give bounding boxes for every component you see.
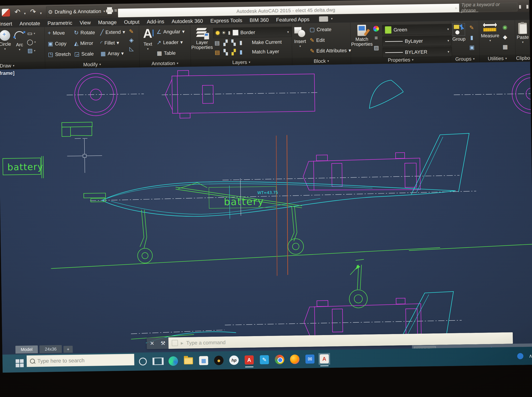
block-panel-label[interactable]: Block ▾ [292, 57, 351, 65]
color-wheel-tool[interactable] [373, 26, 379, 31]
store-button[interactable]: ▦ [198, 355, 209, 366]
id-point-tool[interactable]: ◉ [502, 24, 507, 30]
extend-button[interactable]: ╱Extend▾ [100, 29, 125, 36]
edge-button[interactable] [167, 355, 179, 367]
layer-tool[interactable]: ▞ [223, 40, 228, 46]
layer-on-icon[interactable] [216, 31, 219, 35]
transparency-tool[interactable]: ▨ [374, 44, 379, 51]
insert-block-button[interactable]: Insert ▾ [293, 26, 307, 48]
make-current-button[interactable]: Make Current [252, 39, 282, 45]
taskbar-search-input[interactable]: Type here to search [27, 354, 134, 367]
help-search-input[interactable]: Type a keyword or phrase [459, 3, 517, 12]
chrome-button[interactable] [274, 354, 285, 366]
scale-button[interactable]: ◲Scale [74, 50, 94, 57]
match-layer-button[interactable]: Match Layer [252, 49, 279, 55]
trim-tool[interactable]: ◺ [129, 45, 134, 52]
command-history-icon[interactable] [172, 340, 178, 346]
file-explorer-button[interactable] [183, 355, 194, 367]
lineweight-tool[interactable]: ≡ [374, 35, 378, 41]
group-button[interactable]: Group [451, 23, 466, 41]
redo-dropdown-icon[interactable]: ▾ [40, 11, 42, 15]
rotate-button[interactable]: ↻Rotate [74, 29, 95, 36]
erase-tool[interactable]: ✎ [129, 28, 134, 35]
start-button[interactable] [16, 359, 24, 368]
undo-dropdown-icon[interactable]: ▾ [24, 11, 26, 16]
viewport-control-label[interactable]: frame] [0, 70, 15, 76]
redo-icon[interactable]: ↷ [30, 8, 36, 16]
layer-tool[interactable]: ▤ [215, 49, 220, 56]
layer-tool[interactable]: ▮ [239, 39, 242, 46]
tab-model[interactable]: Model [15, 346, 38, 354]
rectangle-tool[interactable]: ▭▾ [27, 30, 35, 37]
group-select-tool[interactable]: ▣ [469, 44, 475, 51]
wrench-icon[interactable]: ⚒ [160, 340, 165, 346]
layer-properties-button[interactable]: Layer Properties [192, 27, 212, 50]
arc-button[interactable]: Arc ▾ [13, 31, 25, 51]
draw-panel-label[interactable]: Draw ▾ [0, 62, 45, 69]
annotation-panel-label[interactable]: Annotation ▾ [139, 59, 191, 68]
ribbon-options-icon[interactable] [319, 16, 328, 22]
utilities-panel-label[interactable]: Utilities ▾ [479, 55, 515, 62]
table-button[interactable]: ▦Table [157, 50, 176, 56]
tab-output[interactable]: Output [120, 19, 144, 25]
array-button[interactable]: ▦Array▾ [101, 50, 124, 57]
tab-layout-24x36[interactable]: 24x36 [39, 345, 62, 353]
adobe-app-button[interactable]: A [243, 354, 255, 366]
undo-icon[interactable]: ↶ [15, 8, 20, 16]
edit-block-button[interactable]: ✎Edit [310, 37, 325, 44]
close-icon[interactable]: ✕ [150, 340, 154, 347]
paste-button[interactable]: Paste ▾ [516, 23, 529, 44]
layer-tool[interactable]: ▤ [215, 40, 220, 46]
tab-bim360[interactable]: BIM 360 [245, 17, 273, 23]
tray-expand-icon[interactable]: ∧ [529, 353, 532, 359]
tab-view[interactable]: View [75, 19, 95, 26]
mail-button[interactable]: ✉ [304, 353, 316, 365]
plot-printer-icon[interactable] [106, 7, 113, 14]
mirror-button[interactable]: ◭Mirror [74, 40, 93, 47]
tab-manage[interactable]: Manage [94, 19, 121, 25]
create-block-button[interactable]: ▢Create [310, 26, 331, 33]
tab-annotate[interactable]: Annotate [15, 20, 44, 26]
drawing-canvas[interactable]: frame] [0, 62, 532, 354]
clipboard-panel-label[interactable]: Clipboa [515, 54, 530, 62]
tab-insert[interactable]: Insert [0, 20, 16, 27]
tab-express-tools[interactable]: Express Tools [206, 17, 247, 24]
move-button[interactable]: +Move [48, 30, 65, 36]
match-properties-button[interactable]: Match Properties [352, 25, 372, 47]
workspace-switcher[interactable]: ⚙ Drafting & Annotation ▾ [46, 6, 111, 18]
quick-calc-tool[interactable]: ▦ [502, 43, 508, 50]
text-button[interactable]: A Text ▾ [140, 27, 155, 51]
group-edit-tool[interactable]: ▮ [470, 34, 473, 41]
layer-tool[interactable]: ▚ [223, 49, 228, 56]
ellipse-tool[interactable]: ◯▾ [27, 39, 36, 45]
infocenter-arrow-icon[interactable]: ▸ [456, 5, 457, 10]
groups-panel-label[interactable]: Groups ▾ [450, 55, 480, 63]
tab-autodesk360[interactable]: Autodesk 360 [167, 18, 207, 25]
layer-lock-icon[interactable]: ▮ [228, 30, 230, 35]
autocad-app-icon[interactable] [2, 9, 10, 17]
autocad-taskbar-button[interactable]: A [318, 353, 330, 365]
tab-addins[interactable]: Add-ins [142, 18, 169, 25]
tab-featured-apps[interactable]: Featured Apps [272, 16, 314, 23]
firefox-button[interactable] [289, 354, 301, 365]
hatch-tool[interactable]: ▨▾ [27, 47, 36, 54]
explode-tool[interactable]: ◈ [129, 37, 134, 43]
task-view-button[interactable] [152, 355, 164, 367]
layer-tool[interactable]: ▚ [231, 39, 236, 46]
tab-parametric[interactable]: Parametric [43, 20, 76, 26]
blue-app-button[interactable]: ✎ [259, 354, 270, 366]
edit-attributes-button[interactable]: ✎Edit Attributes▾ [310, 47, 351, 54]
dark-app-button[interactable] [213, 354, 225, 366]
ungroup-tool[interactable]: ✎ [469, 25, 474, 31]
qat-customize-icon[interactable]: ≡ [114, 8, 117, 13]
measure-button[interactable]: Measure ▾ [481, 23, 500, 42]
hp-button[interactable]: hp [228, 354, 240, 366]
layer-tool[interactable]: ▮ [240, 49, 243, 55]
angular-button[interactable]: ∠Angular▾ [156, 28, 184, 35]
quick-select-tool[interactable]: ◆ [503, 34, 507, 40]
new-layout-button[interactable]: + [63, 346, 73, 353]
leader-button[interactable]: ↗Leader▾ [157, 39, 183, 46]
search-binoculars-icon[interactable] [519, 5, 528, 9]
stretch-button[interactable]: ◳Stretch [48, 51, 71, 58]
object-color-dropdown[interactable]: Green ▾ [382, 24, 452, 35]
